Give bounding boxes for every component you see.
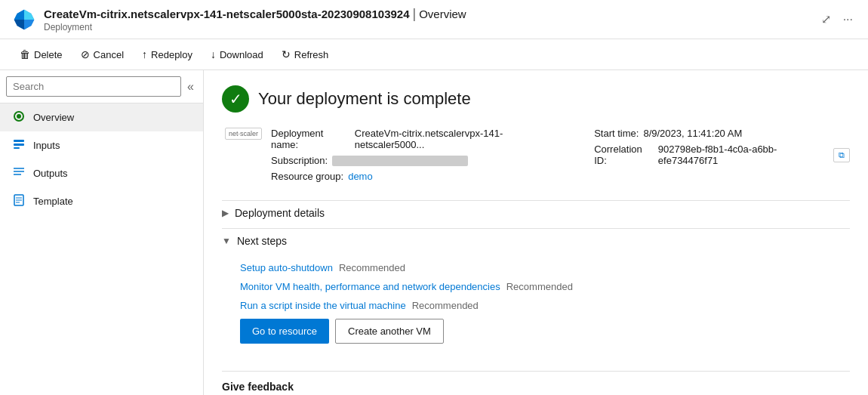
page-title: CreateVm-citrix.netscalervpx-141-netscal… — [44, 8, 410, 20]
deployment-details-chevron: ▶ — [222, 208, 229, 218]
top-header: CreateVm-citrix.netscalervpx-141-netscal… — [0, 0, 868, 39]
svg-marker-4 — [14, 20, 24, 29]
svg-marker-2 — [14, 9, 24, 19]
subscription-value — [332, 156, 468, 166]
sidebar-item-outputs[interactable]: Outputs — [0, 159, 203, 187]
svg-rect-8 — [14, 143, 24, 146]
header-section: Overview — [419, 8, 466, 20]
svg-rect-9 — [14, 147, 20, 149]
svg-marker-3 — [24, 20, 34, 29]
info-left: Deployment name: CreateVm-citrix.netscal… — [271, 128, 564, 182]
more-options-button[interactable]: ··· — [840, 9, 856, 29]
header-divider: | — [413, 6, 417, 22]
header-title-group: CreateVm-citrix.netscalervpx-141-netscal… — [44, 6, 466, 32]
inputs-icon — [12, 138, 26, 153]
sidebar-search-container: « — [0, 70, 203, 103]
delete-button[interactable]: 🗑 Delete — [12, 44, 70, 65]
sidebar-item-overview[interactable]: Overview — [0, 103, 203, 131]
template-icon — [12, 194, 26, 208]
overview-icon — [12, 110, 26, 125]
toolbar: 🗑 Delete ⊘ Cancel ↑ Redeploy ↓ Download … — [0, 39, 868, 70]
create-another-button[interactable]: Create another VM — [335, 319, 444, 344]
step-run-script: Run a script inside the virtual machine … — [240, 300, 850, 311]
svg-point-6 — [17, 114, 21, 119]
outputs-icon — [12, 166, 26, 181]
refresh-button[interactable]: ↻ Refresh — [274, 44, 337, 65]
download-button[interactable]: ↓ Download — [203, 44, 271, 65]
netscaler-logo: net·scaler — [225, 128, 262, 140]
deployment-name-row: Deployment name: CreateVm-citrix.netscal… — [271, 128, 564, 150]
feedback-title: Give feedback — [222, 381, 850, 393]
sidebar-collapse-button[interactable]: « — [184, 77, 197, 97]
download-icon: ↓ — [211, 48, 216, 60]
subscription-row: Subscription: — [271, 155, 564, 166]
start-time-row: Start time: 8/9/2023, 11:41:20 AM — [594, 128, 850, 139]
cancel-button[interactable]: ⊘ Cancel — [73, 44, 131, 65]
redeploy-icon: ↑ — [142, 48, 147, 60]
correlation-id-row: Correlation ID: 902798eb-f8b1-4c0a-a6bb-… — [594, 143, 850, 166]
success-icon: ✓ — [222, 85, 249, 113]
info-right: Start time: 8/9/2023, 11:41:20 AM Correl… — [594, 128, 850, 182]
monitor-vm-link[interactable]: Monitor VM health, performance and netwo… — [240, 281, 500, 292]
step-auto-shutdown: Setup auto-shutdown Recommended — [240, 262, 850, 273]
next-steps-chevron: ▼ — [222, 236, 231, 246]
go-to-resource-button[interactable]: Go to resource — [240, 319, 329, 344]
run-script-link[interactable]: Run a script inside the virtual machine — [240, 300, 406, 311]
delete-icon: 🗑 — [20, 48, 30, 60]
cancel-icon: ⊘ — [81, 48, 90, 60]
sidebar-item-inputs[interactable]: Inputs — [0, 131, 203, 159]
step-monitor-vm: Monitor VM health, performance and netwo… — [240, 281, 850, 292]
next-steps-section[interactable]: ▼ Next steps — [222, 228, 850, 253]
search-input[interactable] — [6, 76, 181, 97]
redeploy-button[interactable]: ↑ Redeploy — [134, 44, 200, 65]
sidebar-item-template[interactable]: Template — [0, 187, 203, 215]
refresh-icon: ↻ — [282, 48, 291, 60]
svg-rect-7 — [14, 140, 24, 142]
pin-button[interactable]: ⤢ — [818, 9, 834, 29]
sidebar: « Overview Inputs Outputs Template — [0, 70, 204, 395]
deployment-details-section[interactable]: ▶ Deployment details — [222, 200, 850, 225]
main-layout: « Overview Inputs Outputs Template — [0, 70, 868, 395]
resource-group-row: Resource group: demo — [271, 171, 564, 182]
header-subtitle: Deployment — [44, 22, 466, 32]
content-area: ✓ Your deployment is complete net·scaler… — [204, 70, 868, 395]
header-icons: ⤢ ··· — [818, 9, 856, 29]
deployment-header: ✓ Your deployment is complete — [222, 85, 850, 113]
svg-marker-1 — [24, 9, 34, 19]
deployment-title: Your deployment is complete — [258, 89, 471, 109]
azure-logo — [12, 8, 36, 32]
next-steps-content: Setup auto-shutdown Recommended Monitor … — [222, 253, 850, 356]
action-buttons: Go to resource Create another VM — [240, 319, 850, 344]
deployment-info: net·scaler Deployment name: CreateVm-cit… — [222, 128, 850, 182]
auto-shutdown-link[interactable]: Setup auto-shutdown — [240, 262, 333, 273]
feedback-section: Give feedback ☺ Tell us about your exper… — [222, 371, 850, 395]
resource-group-link[interactable]: demo — [348, 171, 373, 182]
copy-correlation-id-button[interactable]: ⧉ — [833, 148, 850, 162]
